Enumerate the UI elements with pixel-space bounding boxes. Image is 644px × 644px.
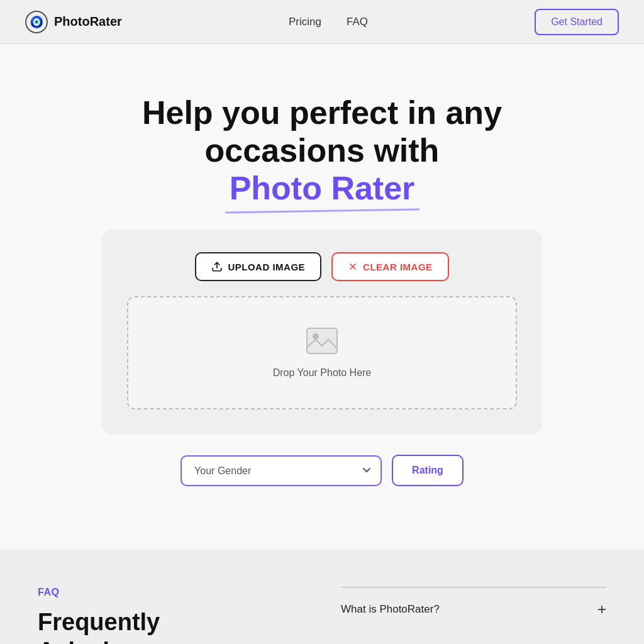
faq-item[interactable]: What is PhotoRater? + [341,587,606,631]
faq-grid: FAQ Frequently Asked What is PhotoRater?… [38,587,606,644]
faq-left: FAQ Frequently Asked [38,587,303,644]
hero-line1: Help you perfect in any occasions with [142,94,502,169]
drop-zone-text: Drop Your Photo Here [273,367,372,379]
nav-link-pricing[interactable]: Pricing [289,16,321,28]
logo-text: PhotoRater [54,14,122,29]
faq-right: What is PhotoRater? + [341,587,606,644]
close-icon [348,262,358,272]
nav-link-faq[interactable]: FAQ [347,16,368,28]
upload-buttons: UPLOAD IMAGE CLEAR IMAGE [127,252,517,281]
nav-links: Pricing FAQ [289,16,368,28]
logo-icon: 🧿 [25,11,48,33]
faq-section: FAQ Frequently Asked What is PhotoRater?… [0,549,644,644]
rating-button[interactable]: Rating [392,455,464,486]
hero-title: Help you perfect in any occasions with P… [70,94,574,207]
faq-expand-icon[interactable]: + [597,601,606,618]
faq-question: What is PhotoRater? [341,603,440,616]
image-placeholder-icon [306,327,338,360]
hero-line2: Photo Rater [230,170,415,208]
action-row: Your Gender Male Female Other Rating [102,455,542,486]
faq-title: Frequently Asked [38,608,201,644]
upload-image-button[interactable]: UPLOAD IMAGE [195,252,321,281]
svg-rect-3 [307,328,337,353]
hero-section: Help you perfect in any occasions with P… [0,44,644,511]
navbar: 🧿 PhotoRater Pricing FAQ Get Started [0,0,644,44]
upload-icon [211,261,223,272]
upload-card: UPLOAD IMAGE CLEAR IMAGE Drop Your Photo… [102,230,542,435]
logo[interactable]: 🧿 PhotoRater [25,11,122,33]
get-started-button[interactable]: Get Started [535,9,619,35]
faq-label: FAQ [38,587,303,598]
drop-zone[interactable]: Drop Your Photo Here [127,296,517,409]
svg-point-4 [313,333,319,340]
clear-image-button[interactable]: CLEAR IMAGE [331,252,449,281]
gender-select[interactable]: Your Gender Male Female Other [180,455,382,486]
